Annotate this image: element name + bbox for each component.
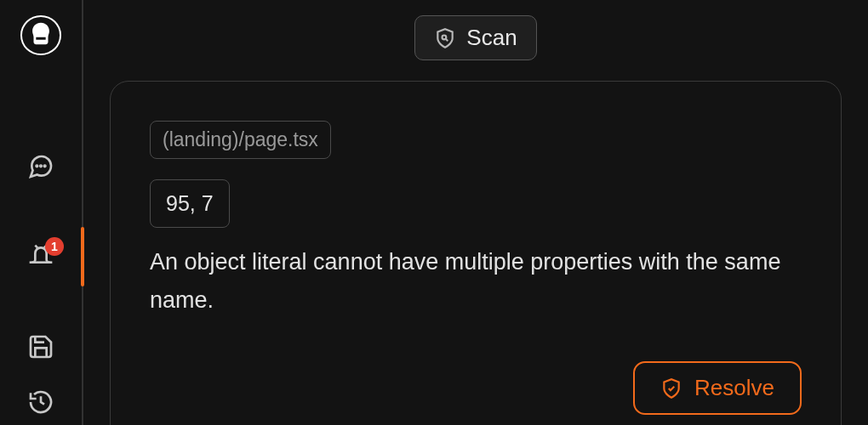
svg-line-5 [446, 39, 448, 41]
shield-search-icon [434, 27, 456, 49]
resolve-button[interactable]: Resolve [633, 361, 802, 415]
scan-button[interactable]: Scan [414, 15, 536, 60]
svg-point-4 [443, 35, 447, 39]
main-panel: Scan (landing)/page.tsx 95, 7 An object … [83, 0, 868, 425]
svg-point-1 [37, 165, 38, 167]
error-row: 95, 7 An object literal cannot have mult… [150, 179, 802, 320]
svg-point-3 [44, 165, 46, 167]
card-actions: Resolve [150, 361, 802, 415]
nav-history[interactable] [0, 392, 83, 425]
alert-badge: 1 [45, 237, 64, 256]
issue-card: (landing)/page.tsx 95, 7 An object liter… [110, 81, 842, 425]
save-icon [27, 333, 54, 360]
svg-point-2 [40, 165, 42, 167]
shield-check-icon [660, 377, 682, 400]
nav-save[interactable] [0, 302, 83, 392]
app-logo[interactable] [20, 15, 61, 55]
sidebar: 1 [0, 0, 83, 425]
history-icon [27, 388, 54, 416]
error-message: An object literal cannot have multiple p… [150, 243, 802, 321]
position-chip[interactable]: 95, 7 [150, 179, 230, 228]
nav-chat[interactable] [0, 122, 83, 212]
scan-label: Scan [466, 25, 517, 51]
chat-icon [27, 153, 54, 180]
file-chip[interactable]: (landing)/page.tsx [150, 121, 331, 159]
logo-icon [26, 20, 55, 49]
nav-alerts[interactable]: 1 [0, 212, 83, 302]
resolve-label: Resolve [694, 375, 774, 401]
